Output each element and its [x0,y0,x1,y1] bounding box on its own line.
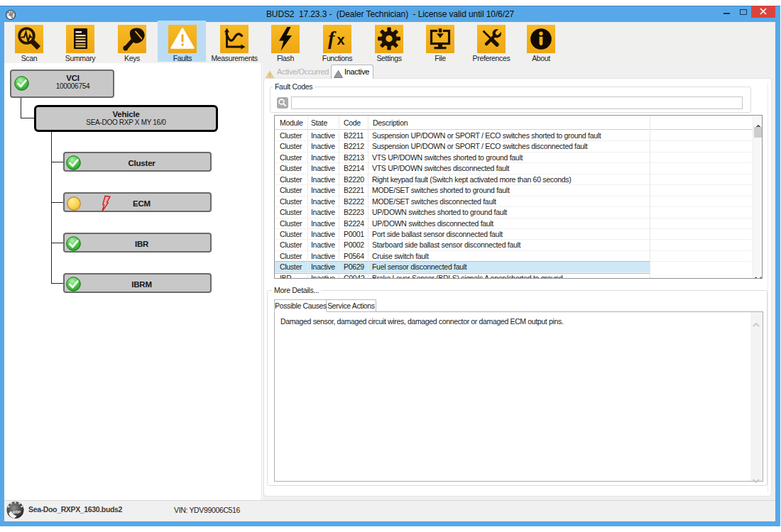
svg-text:x: x [337,32,345,48]
svg-text:BRP: BRP [13,510,21,514]
